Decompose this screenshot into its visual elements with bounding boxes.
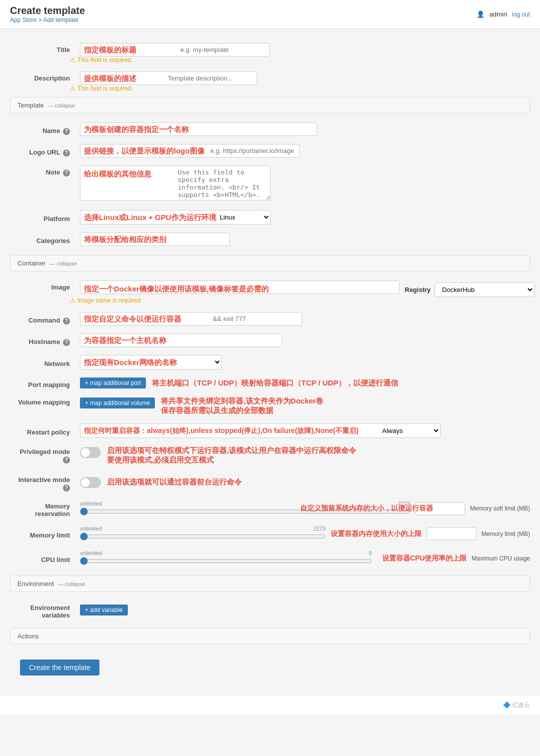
map-volume-button[interactable]: + map additional volume <box>80 398 155 408</box>
note-help-icon[interactable]: ? <box>63 170 70 176</box>
container-section-header[interactable]: Container — collapse <box>10 255 530 272</box>
network-label: Network <box>44 360 70 368</box>
env-variables-label: Environment variables <box>30 604 70 619</box>
memory-limit-unlimited: unlimited <box>80 526 102 532</box>
image-input[interactable] <box>80 280 400 294</box>
admin-user-icon: 👤 <box>477 10 485 18</box>
interactive-zh: 启用该选项就可以通过容器前台运行命令 <box>107 478 242 487</box>
cpu-zh-annotation: 设置容器CPU使用率的上限 <box>382 554 467 563</box>
memory-limit-input[interactable]: 0 <box>427 528 477 540</box>
map-port-button[interactable]: + map additional port <box>80 378 146 388</box>
template-section-header[interactable]: Template — collapse <box>10 97 530 114</box>
cpu-unlimited: unlimited <box>80 550 102 556</box>
network-select[interactable]: bridge host <box>80 355 222 370</box>
port-mapping-zh: 将主机端口（TCP / UDP）映射给容器端口（TCP / UDP），以便进行通… <box>152 378 398 388</box>
brand-logo: 🔷 亿速云 <box>503 702 530 708</box>
memory-res-zh-annotation: 自定义预留系统内存的大小，以便运行容器 <box>300 504 433 513</box>
desc-label: Description <box>34 74 70 82</box>
container-section-label: Container <box>17 260 45 267</box>
title-input[interactable] <box>80 43 270 56</box>
privileged-zh1: 启用该选项可在特权模式下运行容器,该模式让用户在容器中运行高权限命令 <box>107 446 356 456</box>
volume-mapping-zh2: 保存容器所需以及生成的全部数据 <box>161 406 323 416</box>
memory-res-label: Memory reservation <box>35 502 70 518</box>
port-mapping-label: Port mapping <box>28 381 70 388</box>
logo-input[interactable] <box>80 144 300 158</box>
restart-label: Restart policy <box>27 428 70 436</box>
breadcrumb: App Store > Add template <box>10 16 85 24</box>
volume-mapping-zh1: 将共享文件夹绑定到容器,该文件夹作为Docker卷 <box>161 396 323 406</box>
desc-error: ⚠ This field is required. <box>70 85 530 92</box>
interactive-help-icon[interactable]: ? <box>63 484 70 492</box>
title-error: ⚠ This field is required. <box>70 56 530 64</box>
memory-soft-label: Memory soft limit (MB) <box>470 505 530 512</box>
privileged-help-icon[interactable]: ? <box>63 456 70 464</box>
hostname-input[interactable] <box>80 334 282 347</box>
create-template-button[interactable]: Create the template <box>20 660 99 676</box>
interactive-label: Interactive mode <box>18 476 70 484</box>
actions-section-label: Actions <box>17 632 39 640</box>
categories-label: Categories <box>36 237 70 244</box>
memory-res-unlimited: unlimited <box>80 500 102 506</box>
platform-select[interactable]: Linux Linux + GPU <box>80 210 271 224</box>
command-label: Command <box>28 316 60 324</box>
container-collapse-icon: — collapse <box>49 260 76 266</box>
env-section-label: Environment <box>17 580 54 588</box>
logo-label: Logo URL <box>29 148 60 156</box>
env-collapse-icon: — collapse <box>58 581 85 587</box>
privileged-toggle[interactable] <box>80 447 101 458</box>
note-input[interactable] <box>80 166 271 200</box>
memory-limit-label2: Memory limit (MB) <box>482 530 530 538</box>
logout-link[interactable]: log out <box>512 11 530 18</box>
image-label: Image <box>51 284 70 291</box>
privileged-zh2: 要使用该模式,必须启用交互模式 <box>107 456 356 465</box>
cpu-slider[interactable] <box>80 557 372 565</box>
command-input[interactable] <box>80 312 302 326</box>
memory-limit-label: Memory limit <box>30 532 70 539</box>
template-collapse-icon: — collapse <box>48 102 75 108</box>
actions-section-header: Actions <box>10 628 530 644</box>
volume-mapping-label: Volume mapping <box>18 398 70 406</box>
interactive-toggle[interactable] <box>80 477 101 488</box>
page-title: Create template <box>10 5 85 16</box>
cpu-label2: Maximum CPU usage <box>472 555 530 562</box>
memory-limit-zh-annotation: 设置容器内存使用大小的上限 <box>331 530 422 538</box>
logo-help-icon[interactable]: ? <box>63 150 70 156</box>
categories-input[interactable] <box>80 232 230 246</box>
desc-input[interactable] <box>80 72 257 85</box>
image-error: ⚠ Image name is required. <box>70 297 530 304</box>
footer: 🔷 亿速云 <box>0 696 540 714</box>
title-label: Title <box>57 46 70 54</box>
add-variable-button[interactable]: + add variable <box>80 604 128 616</box>
env-section-header[interactable]: Environment — collapse <box>10 576 530 592</box>
name-help-icon[interactable]: ? <box>63 128 70 135</box>
name-label: Name <box>42 127 60 134</box>
platform-label: Platform <box>43 215 70 222</box>
hostname-help-icon[interactable]: ? <box>63 339 70 346</box>
memory-limit-max: 2273 <box>313 526 325 532</box>
cpu-max: 6 <box>369 550 372 556</box>
privileged-label: Privileged mode <box>20 448 70 456</box>
cpu-label: CPU limit <box>41 556 70 564</box>
registry-select[interactable]: DockerHub Custom <box>435 282 535 297</box>
template-section-label: Template <box>17 102 44 109</box>
command-help-icon[interactable]: ? <box>63 318 70 324</box>
restart-select[interactable]: Always Unless stopped On failure None <box>80 424 441 438</box>
admin-label: admin <box>490 10 507 18</box>
registry-label: Registry <box>405 286 431 294</box>
note-label: Note <box>45 168 60 176</box>
name-input[interactable] <box>80 122 317 136</box>
memory-limit-slider[interactable] <box>80 532 326 540</box>
hostname-label: Hostname <box>29 338 60 346</box>
